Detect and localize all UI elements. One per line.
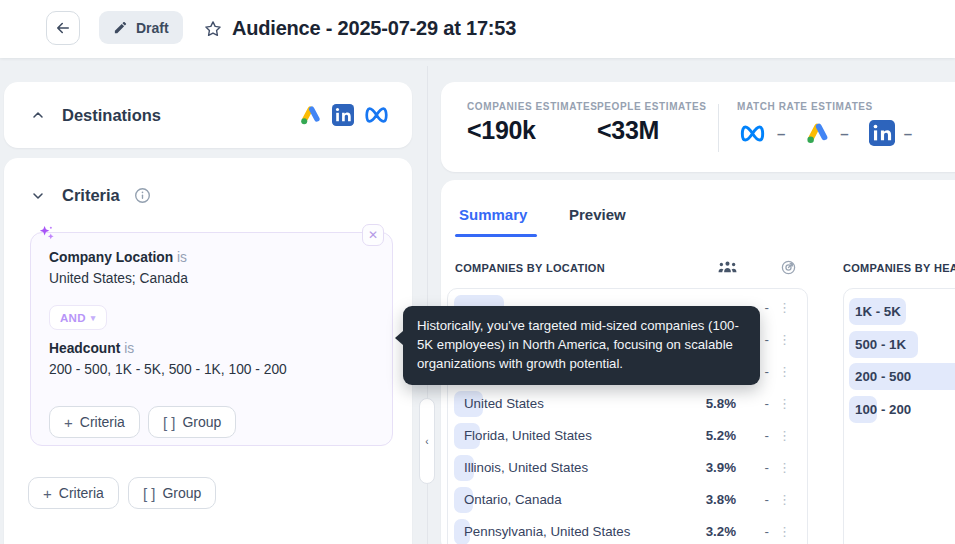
condition-operator: is <box>177 250 187 265</box>
bar-label: 200 - 500 <box>855 361 911 392</box>
bar-row: 100 - 200 <box>844 394 955 427</box>
favorite-star-icon[interactable] <box>203 19 223 39</box>
row-label: Pennsylvania, United States <box>464 516 630 544</box>
kebab-menu-icon[interactable]: ⋮ <box>778 484 791 516</box>
condition-operator: is <box>124 341 134 356</box>
add-group-label: Group <box>162 485 201 501</box>
table-row: Ontario, Canada 3.8% - ⋮ <box>448 484 807 516</box>
tab-preview[interactable]: Preview <box>569 206 626 223</box>
google-ads-icon <box>805 120 831 146</box>
row-dash: - <box>765 292 769 324</box>
row-label: Ontario, Canada <box>464 484 562 516</box>
condition-field: Company Location <box>49 250 173 265</box>
row-label: United States <box>464 388 544 420</box>
condition-headcount[interactable]: Headcount is 200 - 500, 1K - 5K, 500 - 1… <box>49 341 287 377</box>
row-label: Florida, United States <box>464 420 592 452</box>
page-title: Audience - 2025-07-29 at 17:53 <box>232 0 516 58</box>
row-pct: 3.2% <box>706 516 736 544</box>
row-dash: - <box>765 324 769 356</box>
row-pct: 5.8% <box>706 388 736 420</box>
criteria-section: Criteria ✕ Company Location is United St… <box>4 158 412 544</box>
and-connector-button[interactable]: AND ▾ <box>49 305 107 330</box>
plus-icon: + <box>43 485 52 502</box>
chevron-up-icon[interactable] <box>30 107 46 123</box>
people-view-toggle-icon[interactable] <box>717 260 738 276</box>
people-estimate-value: <33M <box>597 116 706 145</box>
brackets-icon: [ ] <box>163 414 176 431</box>
match-rate-item-meta: – <box>737 121 785 146</box>
audience-builder-screen: Draft Audience - 2025-07-29 at 17:53 Des… <box>0 0 955 544</box>
add-criteria-button[interactable]: + Criteria <box>28 477 119 509</box>
tooltip-text: Historically, you've targeted mid-sized … <box>417 317 746 374</box>
add-group-button[interactable]: [ ] Group <box>148 406 236 438</box>
bar-row: 1K - 5K <box>844 296 955 329</box>
bar-row: 500 - 1K <box>844 329 955 362</box>
target-view-toggle-icon[interactable] <box>780 259 797 276</box>
row-pct: 3.8% <box>706 484 736 516</box>
match-rate-label: MATCH RATE ESTIMATES <box>737 101 922 112</box>
plus-icon: + <box>64 414 73 431</box>
match-rate-value: – <box>904 125 912 142</box>
table-row: Pennsylvania, United States 3.2% - ⋮ <box>448 516 807 544</box>
condition-value: United States; Canada <box>49 271 188 286</box>
caret-down-icon: ▾ <box>91 313 96 323</box>
table-row: United States 5.8% - ⋮ <box>448 388 807 420</box>
kebab-menu-icon[interactable]: ⋮ <box>778 356 791 388</box>
back-button[interactable] <box>46 11 80 45</box>
draft-label: Draft <box>136 20 169 36</box>
criteria-title: Criteria <box>62 186 120 205</box>
ai-insight-tooltip: Historically, you've targeted mid-sized … <box>403 306 760 385</box>
bar-label: 100 - 200 <box>855 394 911 425</box>
match-rate-value: – <box>840 125 848 142</box>
companies-by-headcount-title: COMPANIES BY HEADCOUNT <box>843 262 955 274</box>
connector-label: AND <box>60 312 86 324</box>
pencil-icon <box>113 20 128 35</box>
match-rate-value: – <box>777 125 785 142</box>
active-tab-underline <box>455 234 537 237</box>
match-rate-item-linkedin: – <box>869 120 912 146</box>
meta-icon[interactable] <box>363 103 390 127</box>
companies-by-location-title: COMPANIES BY LOCATION <box>455 262 605 274</box>
criteria-group-card: ✕ Company Location is United States; Can… <box>30 232 393 446</box>
condition-value: 200 - 500, 1K - 5K, 500 - 1K, 100 - 200 <box>49 362 287 377</box>
linkedin-icon <box>869 120 895 146</box>
collapse-panel-handle[interactable]: ‹ <box>419 398 435 484</box>
kebab-menu-icon[interactable]: ⋮ <box>778 388 791 420</box>
headcount-chart: 1K - 5K 500 - 1K 200 - 500 100 - 200 <box>843 288 955 544</box>
add-group-label: Group <box>182 414 221 430</box>
kebab-menu-icon[interactable]: ⋮ <box>778 324 791 356</box>
add-criteria-label: Criteria <box>80 414 125 430</box>
estimates-bar: COMPANIES ESTIMATES <190k PEOPLE ESTIMAT… <box>441 82 955 172</box>
add-criteria-button[interactable]: + Criteria <box>49 406 140 438</box>
bar-label: 500 - 1K <box>855 329 906 360</box>
google-ads-icon[interactable] <box>299 103 323 127</box>
row-dash: - <box>765 452 769 484</box>
tab-summary[interactable]: Summary <box>459 206 527 223</box>
add-group-button[interactable]: [ ] Group <box>128 477 216 509</box>
row-dash: - <box>765 516 769 544</box>
linkedin-icon[interactable] <box>332 104 354 126</box>
condition-company-location[interactable]: Company Location is United States; Canad… <box>49 250 188 286</box>
headcount-chart-body: 1K - 5K 500 - 1K 200 - 500 100 - 200 <box>844 296 955 426</box>
kebab-menu-icon[interactable]: ⋮ <box>778 452 791 484</box>
match-rate-item-google-ads: – <box>805 120 848 146</box>
people-estimate-label: PEOPLE ESTIMATES <box>597 101 706 112</box>
chevron-left-icon: ‹ <box>425 436 428 447</box>
condition-field: Headcount <box>49 341 120 356</box>
add-criteria-label: Criteria <box>59 485 104 501</box>
close-icon[interactable]: ✕ <box>362 224 384 246</box>
kebab-menu-icon[interactable]: ⋮ <box>778 516 791 544</box>
kebab-menu-icon[interactable]: ⋮ <box>778 292 791 324</box>
kebab-menu-icon[interactable]: ⋮ <box>778 420 791 452</box>
table-row: Florida, United States 5.2% - ⋮ <box>448 420 807 452</box>
meta-icon <box>737 121 768 146</box>
estimates-divider <box>718 104 719 152</box>
tooltip-arrow <box>395 331 403 345</box>
sparkles-icon <box>37 224 56 243</box>
chevron-down-icon[interactable] <box>30 188 46 204</box>
row-dash: - <box>765 420 769 452</box>
info-icon[interactable] <box>134 187 151 204</box>
draft-status-button[interactable]: Draft <box>99 11 183 44</box>
row-dash: - <box>765 388 769 420</box>
bar-label: 1K - 5K <box>855 296 901 327</box>
